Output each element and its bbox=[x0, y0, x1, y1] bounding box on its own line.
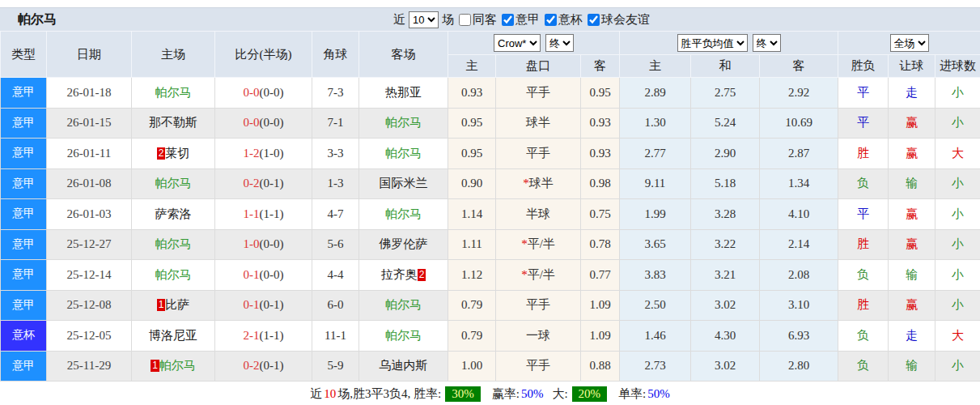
filter-checkbox-球会友谊[interactable]: 球会友谊 bbox=[588, 12, 650, 28]
result-winlose: 负 bbox=[838, 260, 889, 291]
league-type-badge: 意杯 bbox=[1, 321, 47, 352]
odds-group-header: Crow*终 bbox=[448, 32, 620, 55]
avg-away: 2.92 bbox=[760, 78, 838, 109]
filter-controls: 近 10 场 同客意甲意杯球会友谊 bbox=[393, 8, 650, 31]
star-marker: * bbox=[521, 268, 528, 281]
halftime-score: (0-0) bbox=[260, 268, 284, 281]
halftime-score: (0-0) bbox=[260, 237, 284, 250]
team-name: 帕尔马 bbox=[155, 268, 192, 281]
table-row: 意甲25-12-081比萨0-1(0-1)6-0帕尔马0.79平手1.092.5… bbox=[1, 290, 980, 321]
match-score: 0-0(0-0) bbox=[215, 78, 312, 109]
halftime-score: (1-1) bbox=[260, 207, 284, 220]
away-team: 热那亚 bbox=[359, 78, 448, 109]
bookmaker-select[interactable]: Crow* bbox=[494, 34, 541, 52]
top-strip bbox=[0, 0, 980, 8]
table-row: 意甲26-01-08帕尔马0-2(0-1)1-3国际米兰0.90*球半0.989… bbox=[1, 168, 980, 199]
team-name: 莱切 bbox=[165, 147, 189, 160]
odds-home: 1.12 bbox=[448, 260, 496, 291]
league-type-badge: 意甲 bbox=[1, 229, 47, 260]
team-name: 佛罗伦萨 bbox=[380, 237, 428, 250]
filter-checkbox-意杯[interactable]: 意杯 bbox=[545, 12, 583, 28]
checkbox-label: 意甲 bbox=[515, 12, 540, 28]
col-header-score: 比分(半场) bbox=[215, 32, 312, 78]
subcol-odds-away: 客 bbox=[581, 55, 620, 78]
away-team: 帕尔马 bbox=[359, 199, 448, 230]
handicap-line: 半球 bbox=[496, 199, 581, 230]
away-team: 佛罗伦萨 bbox=[359, 229, 448, 260]
filter-checkbox-意甲[interactable]: 意甲 bbox=[502, 12, 540, 28]
subcol-odds-line: 盘口 bbox=[496, 55, 581, 78]
league-type-badge: 意甲 bbox=[1, 199, 47, 230]
avg-away: 1.34 bbox=[760, 168, 838, 199]
league-type-badge: 意甲 bbox=[1, 168, 47, 199]
checkbox-label: 意杯 bbox=[558, 12, 583, 28]
avg-group-header: 胜平负均值终 bbox=[620, 32, 838, 55]
summary-bar: 近10场,胜3平3负4, 胜率:30%赢率:50%大:20%单率:50% bbox=[0, 382, 980, 405]
home-team: 帕尔马 bbox=[132, 260, 215, 291]
handicap-line: *球半 bbox=[496, 168, 581, 199]
avg-home: 9.11 bbox=[620, 168, 691, 199]
summary-text: 单率: bbox=[618, 386, 646, 402]
corner-score: 4-7 bbox=[312, 199, 359, 230]
corner-score: 5-9 bbox=[312, 351, 359, 382]
odds-away: 0.93 bbox=[581, 139, 620, 169]
odd-rate: 50% bbox=[647, 387, 670, 401]
halftime-score: (0-0) bbox=[260, 86, 284, 99]
handicap-line: 平手 bbox=[496, 351, 581, 382]
odds-home: 0.95 bbox=[448, 139, 496, 169]
odds-away: 1.09 bbox=[581, 290, 620, 321]
col-header-corner: 角球 bbox=[312, 32, 359, 78]
odds-stage-select[interactable]: 终 bbox=[545, 34, 574, 52]
title-bar: 帕尔马 近 10 场 同客意甲意杯球会友谊 bbox=[0, 8, 980, 31]
fulltime-score: 1-2 bbox=[244, 147, 260, 160]
rank-badge: 2 bbox=[157, 147, 166, 160]
team-name: 帕尔马 bbox=[155, 237, 192, 250]
avg-home: 2.77 bbox=[620, 139, 691, 169]
match-score: 0-2(0-1) bbox=[215, 168, 312, 199]
result-group-header: 全场 bbox=[838, 32, 980, 55]
big-rate-badge: 20% bbox=[572, 386, 608, 402]
recent-count-select[interactable]: 10 bbox=[409, 11, 439, 28]
result-handicap: 走 bbox=[889, 78, 935, 109]
team-name: 那不勒斯 bbox=[149, 116, 197, 129]
result-winlose: 胜 bbox=[838, 139, 889, 169]
odds-away: 0.98 bbox=[581, 168, 620, 199]
table-header: 类型 日期 主场 比分(半场) 角球 客场 Crow*终 胜平负均值终 全场 主… bbox=[1, 32, 980, 78]
odds-home: 1.14 bbox=[448, 199, 496, 230]
match-date: 26-01-11 bbox=[47, 139, 132, 169]
avg-home: 1.99 bbox=[620, 199, 691, 230]
filter-checkbox-同客[interactable]: 同客 bbox=[459, 12, 497, 28]
match-date: 26-01-15 bbox=[47, 108, 132, 139]
result-goals: 大 bbox=[935, 321, 980, 352]
table-row: 意杯25-12-05博洛尼亚2-1(1-1)11-1帕尔马0.79一球1.091… bbox=[1, 321, 980, 352]
home-team: 帕尔马 bbox=[132, 168, 215, 199]
odds-away: 0.75 bbox=[581, 199, 620, 230]
odds-home: 0.79 bbox=[448, 290, 496, 321]
halftime-score: (0-0) bbox=[260, 116, 284, 129]
handicap-line: 平手 bbox=[496, 139, 581, 169]
match-date: 26-01-03 bbox=[47, 199, 132, 230]
odds-away: 0.78 bbox=[581, 229, 620, 260]
checkbox-input[interactable] bbox=[588, 14, 600, 26]
avg-type-select[interactable]: 胜平负均值 bbox=[677, 34, 748, 52]
checkbox-input[interactable] bbox=[459, 14, 471, 26]
avg-away: 3.10 bbox=[760, 290, 838, 321]
fulltime-score: 0-1 bbox=[244, 268, 260, 281]
handicap-line: *平/半 bbox=[496, 260, 581, 291]
col-header-home: 主场 bbox=[132, 32, 215, 78]
fulltime-score: 0-0 bbox=[244, 116, 260, 129]
result-goals: 小 bbox=[935, 290, 980, 321]
odds-away: 0.88 bbox=[581, 351, 620, 382]
checkbox-input[interactable] bbox=[502, 14, 514, 26]
summary-text: 大: bbox=[552, 386, 567, 402]
away-team: 帕尔马 bbox=[359, 108, 448, 139]
team-name: 帕尔马 bbox=[385, 329, 422, 342]
checkbox-input[interactable] bbox=[545, 14, 557, 26]
avg-home: 1.30 bbox=[620, 108, 691, 139]
summary-text: 赢率: bbox=[492, 386, 520, 402]
period-select[interactable]: 全场 bbox=[890, 34, 929, 52]
away-team: 国际米兰 bbox=[359, 168, 448, 199]
subcol-handicap: 让球 bbox=[889, 55, 935, 78]
avg-stage-select[interactable]: 终 bbox=[753, 34, 781, 52]
result-winlose: 负 bbox=[838, 351, 889, 382]
